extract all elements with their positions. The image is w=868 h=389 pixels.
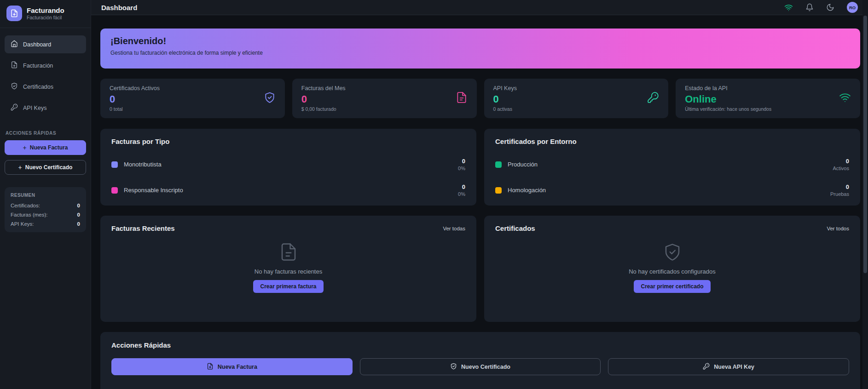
stat-sub: 0 total	[110, 106, 160, 112]
moon-icon[interactable]	[826, 3, 834, 11]
shield-check-icon	[450, 363, 457, 371]
new-certificate-button-label: Nuevo Certificado	[25, 164, 73, 171]
sidebar-nav: Dashboard Facturación Certificados API K…	[0, 28, 91, 117]
panel-title: Facturas Recientes	[111, 224, 175, 232]
topbar-actions: RO	[784, 2, 858, 13]
sidebar-item-api-keys[interactable]: API Keys	[5, 99, 86, 117]
legend-value: 0	[830, 183, 849, 190]
legend-row-homologacion: Homologación 0 Pruebas	[495, 183, 849, 197]
legend-label: Monotributista	[124, 161, 162, 168]
new-invoice-button[interactable]: + Nueva Factura	[5, 140, 86, 155]
welcome-banner: ¡Bienvenido! Gestiona tu facturación ele…	[100, 29, 860, 69]
panel-title: Facturas por Tipo	[111, 137, 169, 145]
main-area: Dashboard RO ¡Bienvenido! Gestiona tu fa…	[91, 0, 868, 389]
panel-certificados-por-entorno: Certificados por Entorno Producción 0 Ac…	[484, 129, 860, 206]
crear-primera-factura-button[interactable]: Crear primera factura	[253, 280, 323, 293]
ver-todas-link[interactable]: Ver todas	[443, 226, 465, 231]
legend-row-responsable-inscripto: Responsable Inscripto 0 0%	[111, 183, 465, 197]
summary-title: RESUMEN	[11, 193, 80, 198]
brand-name: Facturando	[27, 6, 64, 15]
stat-sub: Última verificación: hace unos segundos	[685, 106, 771, 112]
legend-label: Producción	[508, 161, 538, 168]
stat-title: Facturas del Mes	[301, 85, 346, 92]
panel-facturas-recientes: Facturas Recientes Ver todas No hay fact…	[100, 216, 476, 322]
app-window: Facturando Facturación fácil Dashboard F…	[0, 0, 868, 389]
panel-title: Acciones Rápidas	[111, 341, 849, 349]
summary-label: Facturas (mes):	[11, 212, 48, 217]
file-text-icon	[279, 255, 298, 263]
brand-logo-icon	[6, 6, 22, 21]
vertical-scrollbar[interactable]	[862, 0, 868, 389]
legend-row-monotributista: Monotributista 0 0%	[111, 158, 465, 171]
legend-percent: 0%	[458, 191, 465, 197]
page-title: Dashboard	[101, 4, 137, 11]
stats-row: Certificados Activos 0 0 total Facturas …	[100, 79, 860, 118]
list-panels: Facturas Recientes Ver todas No hay fact…	[100, 216, 860, 322]
middle-panels: Facturas por Tipo Monotributista 0 0% Re…	[100, 129, 860, 206]
sidebar: Facturando Facturación fácil Dashboard F…	[0, 0, 91, 389]
stat-sub: $ 0,00 facturado	[301, 106, 346, 112]
scrollbar-thumb[interactable]	[863, 16, 867, 273]
legend-label: Homologación	[508, 187, 546, 194]
summary-label: API Keys:	[11, 221, 34, 227]
stat-value: 0	[301, 93, 346, 105]
nueva-api-key-action-button[interactable]: Nueva API Key	[608, 358, 849, 375]
legend-percent: 0%	[458, 166, 465, 171]
nueva-factura-action-button[interactable]: Nueva Factura	[111, 358, 353, 375]
sidebar-item-label: Facturación	[23, 63, 53, 69]
house-icon	[11, 40, 18, 49]
sidebar-item-certificados[interactable]: Certificados	[5, 78, 86, 96]
stat-card-facturas-del-mes: Facturas del Mes 0 $ 0,00 facturado	[292, 79, 477, 118]
panel-facturas-por-tipo: Facturas por Tipo Monotributista 0 0% Re…	[100, 129, 476, 206]
stat-value: 0	[493, 93, 517, 105]
summary-row-facturas: Facturas (mes): 0	[11, 212, 80, 217]
welcome-subtitle: Gestiona tu facturación electrónica de f…	[110, 50, 850, 56]
stat-card-certificados-activos: Certificados Activos 0 0 total	[100, 79, 285, 118]
plus-icon: +	[18, 164, 22, 171]
topbar: Dashboard RO	[91, 0, 868, 15]
file-plus-icon	[207, 363, 214, 371]
summary-value: 0	[77, 221, 80, 227]
empty-state-facturas: No hay facturas recientes Crear primera …	[111, 232, 465, 293]
panel-certificados: Certificados Ver todos No hay certificad…	[484, 216, 860, 322]
shield-check-icon	[264, 92, 276, 105]
action-button-label: Nueva Factura	[218, 364, 257, 370]
ver-todos-link[interactable]: Ver todos	[827, 226, 849, 231]
welcome-title: ¡Bienvenido!	[110, 36, 850, 46]
legend-swatch	[495, 161, 502, 168]
panel-title: Certificados	[495, 224, 535, 232]
legend-value: 0	[458, 158, 465, 165]
new-certificate-button[interactable]: + Nuevo Certificado	[5, 160, 86, 175]
plus-icon: +	[23, 144, 27, 151]
panel-title: Certificados por Entorno	[495, 137, 577, 145]
avatar[interactable]: RO	[847, 2, 858, 13]
bell-icon[interactable]	[805, 3, 814, 11]
legend-sub: Pruebas	[830, 191, 849, 197]
stat-value: Online	[685, 93, 771, 105]
legend-sub: Activos	[833, 166, 849, 171]
legend-swatch	[111, 161, 118, 168]
file-text-icon	[456, 92, 468, 105]
new-invoice-button-label: Nueva Factura	[30, 144, 68, 151]
sidebar-item-label: API Keys	[23, 105, 46, 111]
empty-text: No hay certificados configurados	[495, 268, 849, 275]
summary-card: RESUMEN Certificados: 0 Facturas (mes): …	[5, 187, 86, 232]
sidebar-item-dashboard[interactable]: Dashboard	[5, 35, 86, 53]
crear-primer-certificado-button[interactable]: Crear primer certificado	[634, 280, 710, 293]
action-button-label: Nuevo Certificado	[461, 364, 510, 370]
shield-check-icon	[663, 255, 682, 263]
legend-value: 0	[833, 158, 849, 165]
nuevo-certificado-action-button[interactable]: Nuevo Certificado	[360, 358, 601, 375]
summary-value: 0	[77, 212, 80, 217]
stat-title: Certificados Activos	[110, 85, 160, 92]
wifi-icon	[839, 92, 851, 105]
key-icon	[703, 363, 710, 371]
summary-row-api-keys: API Keys: 0	[11, 221, 80, 227]
sidebar-item-facturacion[interactable]: Facturación	[5, 57, 86, 74]
legend-value: 0	[458, 183, 465, 190]
summary-row-certificados: Certificados: 0	[11, 203, 80, 208]
sidebar-item-label: Certificados	[23, 84, 53, 90]
wifi-status-icon	[784, 3, 793, 12]
shield-check-icon	[11, 82, 18, 91]
key-icon	[11, 103, 18, 112]
